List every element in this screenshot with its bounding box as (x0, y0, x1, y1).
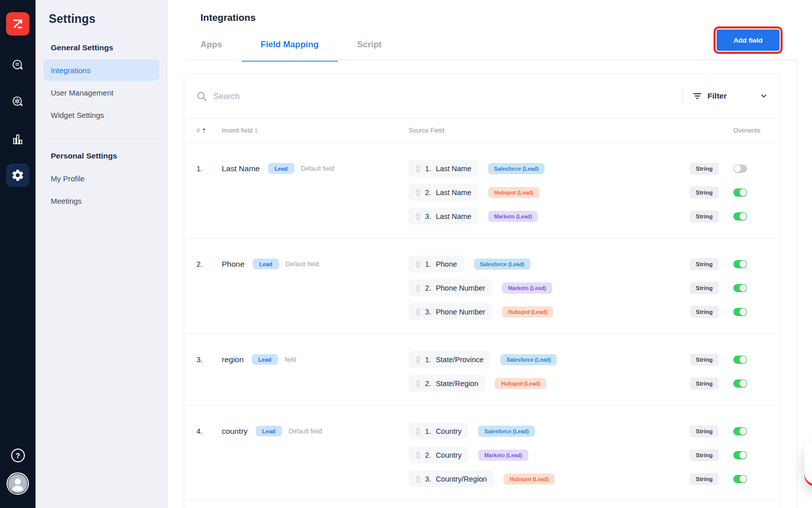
help-icon[interactable]: ? (11, 449, 25, 462)
row-field-info: regionLeadfield (222, 351, 409, 368)
drag-handle-icon[interactable]: ⣿ (416, 308, 421, 315)
toolbar-divider (683, 89, 683, 103)
search-input[interactable] (213, 91, 396, 101)
scroll-area-border (797, 60, 797, 508)
overwrite-toggle[interactable] (733, 356, 747, 364)
overwrite-toggle[interactable] (733, 188, 747, 197)
source-order: 1. (425, 356, 431, 364)
row-field-info: Last NameLeadDefault field (222, 160, 409, 177)
source-field-row: ⣿3.Country/RegionHubspot (Lead)String (409, 470, 767, 487)
drag-handle-icon[interactable]: ⣿ (416, 188, 421, 196)
app-badge-salesforce: Salesforce (Lead) (474, 259, 531, 270)
sidebar-item-meetings[interactable]: Meetings (44, 190, 159, 211)
brand-logo[interactable] (6, 12, 29, 36)
drag-handle-icon[interactable]: ⣿ (416, 451, 421, 459)
type-badge: String (690, 306, 719, 318)
nav-settings[interactable] (6, 164, 29, 187)
source-field-item[interactable]: ⣿2.Last Name (409, 184, 479, 201)
drag-handle-icon[interactable]: ⣿ (416, 165, 421, 172)
tabs-divider (184, 59, 797, 60)
overwrite-toggle[interactable] (733, 379, 747, 388)
source-order: 1. (425, 260, 431, 268)
source-field-item[interactable]: ⣿2.State/Region (409, 375, 485, 392)
filter-icon[interactable] (692, 91, 702, 101)
chat-widget[interactable]: Hello 👋 , Welcome to the ZI Chat Experie… (804, 440, 812, 484)
source-order: 1. (425, 427, 431, 435)
column-header-insent-field[interactable]: Insent field (222, 127, 409, 134)
sort-icon (202, 128, 206, 133)
source-field-row: ⣿2.CountryMarketo (Lead)String (409, 447, 767, 463)
source-field-item[interactable]: ⣿1.Phone (409, 256, 464, 272)
chat-bubble-icon (10, 58, 25, 73)
sidebar-title: Settings (36, 0, 167, 26)
source-field-item[interactable]: ⣿3.Country/Region (409, 470, 494, 487)
source-field-item[interactable]: ⣿2.Country (409, 447, 468, 463)
sidebar-item-label: User Management (51, 88, 113, 97)
source-field-item[interactable]: ⣿1.Country (409, 423, 468, 439)
column-header-number[interactable]: # (196, 127, 222, 134)
bar-chart-icon (10, 131, 25, 146)
source-name: Country (436, 427, 462, 435)
source-field-row: ⣿1.PhoneSalesforce (Lead)String (409, 256, 767, 272)
tab-field-mapping[interactable]: Field Mapping (261, 40, 319, 62)
chevron-down-icon[interactable] (760, 92, 767, 100)
nav-analytics[interactable] (6, 127, 29, 150)
column-header-source-field: Source Field (409, 127, 690, 134)
source-field-item[interactable]: ⣿2.Phone Number (409, 279, 492, 296)
nav-bot-settings[interactable] (6, 90, 29, 114)
overwrite-toggle[interactable] (733, 451, 747, 459)
overwrite-toggle[interactable] (733, 284, 747, 292)
row-field-info: countryLeadDefault field (222, 423, 409, 439)
sidebar-item-label: Integrations (51, 66, 90, 75)
nav-conversations[interactable] (6, 54, 29, 77)
tab-script[interactable]: Script (357, 40, 382, 62)
source-field-item[interactable]: ⣿3.Last Name (409, 208, 479, 225)
sidebar-item-integrations[interactable]: Integrations (44, 59, 159, 81)
field-note: Default field (286, 261, 319, 268)
app-badge-salesforce: Salesforce (Lead) (478, 426, 535, 437)
overwrite-toggle[interactable] (733, 475, 747, 483)
source-order: 3. (425, 475, 431, 483)
source-name: Phone Number (436, 284, 486, 292)
field-note: Default field (289, 428, 322, 435)
sidebar-item-user-management[interactable]: User Management (44, 82, 159, 103)
sidebar-item-my-profile[interactable]: My Profile (44, 168, 159, 189)
row-number: 2. (196, 256, 222, 320)
user-avatar[interactable] (7, 472, 29, 495)
source-field-row: ⣿2.Phone NumberMarketo (Lead)String (409, 279, 767, 296)
source-fields: ⣿1.State/ProvinceSalesforce (Lead)String… (409, 351, 767, 392)
search-bar (196, 91, 410, 102)
drag-handle-icon[interactable]: ⣿ (416, 284, 421, 292)
source-name: Last Name (436, 165, 471, 173)
overwrite-toggle[interactable] (733, 308, 747, 316)
drag-handle-icon[interactable]: ⣿ (416, 379, 421, 387)
drag-handle-icon[interactable]: ⣿ (416, 260, 421, 268)
type-badge: String (690, 377, 719, 390)
source-field-row: ⣿3.Phone NumberHubspot (Lead)String (409, 303, 767, 320)
source-field-item[interactable]: ⣿1.State/Province (409, 351, 491, 368)
sidebar-item-widget-settings[interactable]: Widget Settings (44, 104, 159, 125)
drag-handle-icon[interactable]: ⣿ (416, 356, 421, 363)
drag-handle-icon[interactable]: ⣿ (416, 475, 421, 483)
overwrite-cell: String (690, 282, 767, 294)
filter-label[interactable]: Filter (707, 91, 727, 101)
tab-apps[interactable]: Apps (200, 40, 222, 62)
overwrite-toggle[interactable] (733, 165, 747, 173)
sidebar-item-label: Meetings (51, 197, 82, 205)
type-badge: String (690, 425, 719, 437)
overwrite-toggle[interactable] (733, 427, 747, 435)
source-field-item[interactable]: ⣿3.Phone Number (409, 303, 492, 320)
source-order: 2. (425, 284, 431, 292)
overwrite-cell: String (690, 473, 767, 485)
sort-icon (255, 128, 258, 133)
app-badge-hubspot: Hubspot (Lead) (502, 306, 553, 318)
overwrite-cell: String (690, 306, 767, 318)
overwrite-toggle[interactable] (733, 212, 747, 220)
source-fields: ⣿1.Last NameSalesforce (Lead)String⣿2.La… (409, 160, 767, 225)
drag-handle-icon[interactable]: ⣿ (416, 212, 421, 220)
drag-handle-icon[interactable]: ⣿ (416, 427, 421, 435)
overwrite-toggle[interactable] (733, 260, 747, 268)
source-field-item[interactable]: ⣿1.Last Name (409, 160, 479, 177)
add-field-button[interactable]: Add field (717, 29, 780, 51)
field-name: country (222, 427, 248, 436)
